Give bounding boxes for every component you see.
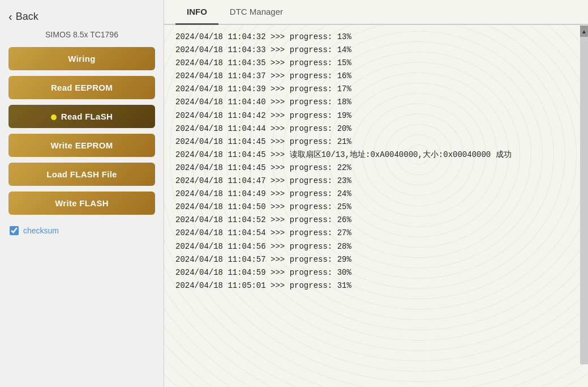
log-line: 2024/04/18 11:04:44 >>> progress: 20% <box>175 122 577 135</box>
log-line: 2024/04/18 11:04:40 >>> progress: 18% <box>175 96 577 109</box>
tab-info[interactable]: INFO <box>175 0 218 25</box>
main-container: ‹ Back SIMOS 8.5x TC1796 Wiring Read EEP… <box>0 0 588 387</box>
log-line: 2024/04/18 11:04:35 >>> progress: 15% <box>175 57 577 70</box>
tab-dtc-manager[interactable]: DTC Manager <box>218 0 294 25</box>
log-line: 2024/04/18 11:04:37 >>> progress: 16% <box>175 70 577 83</box>
log-line: 2024/04/18 11:04:39 >>> progress: 17% <box>175 83 577 96</box>
log-line: 2024/04/18 11:04:50 >>> progress: 25% <box>175 201 577 214</box>
log-line: 2024/04/18 11:04:54 >>> progress: 27% <box>175 227 577 240</box>
content-area: INFO DTC Manager ▲ 2024/04/18 11:04:32 >… <box>164 0 588 387</box>
read-flash-button[interactable]: Read FLaSH <box>8 105 155 128</box>
tabs-bar: INFO DTC Manager <box>164 0 588 25</box>
log-area[interactable]: 2024/04/18 11:04:32 >>> progress: 13%202… <box>164 25 588 387</box>
log-line: 2024/04/18 11:04:45 >>> 读取扇区10/13,地址:0xA… <box>175 148 577 161</box>
log-line: 2024/04/18 11:04:49 >>> progress: 24% <box>175 188 577 201</box>
back-chevron-icon: ‹ <box>8 10 12 23</box>
checksum-row: checksum <box>8 223 155 239</box>
log-line: 2024/04/18 11:04:42 >>> progress: 19% <box>175 109 577 122</box>
checksum-label: checksum <box>23 226 59 235</box>
read-eeprom-button[interactable]: Read EEPROM <box>8 76 155 99</box>
checksum-checkbox[interactable] <box>10 226 19 235</box>
log-line: 2024/04/18 11:04:45 >>> progress: 22% <box>175 161 577 175</box>
log-line: 2024/04/18 11:05:01 >>> progress: 31% <box>175 279 577 292</box>
back-label: Back <box>16 11 38 23</box>
log-line: 2024/04/18 11:04:45 >>> progress: 21% <box>175 135 577 148</box>
log-line: 2024/04/18 11:04:52 >>> progress: 26% <box>175 214 577 227</box>
scroll-up-arrow[interactable]: ▲ <box>580 25 588 37</box>
right-scrollbar: ▲ <box>580 25 588 364</box>
load-flash-file-button[interactable]: Load FLASH File <box>8 163 155 186</box>
log-line: 2024/04/18 11:04:56 >>> progress: 28% <box>175 240 577 253</box>
log-line: 2024/04/18 11:04:59 >>> progress: 30% <box>175 266 577 279</box>
write-flash-button[interactable]: Write FLASH <box>8 192 155 215</box>
write-eeprom-button[interactable]: Write EEPROM <box>8 134 155 157</box>
log-line: 2024/04/18 11:04:32 >>> progress: 13% <box>175 31 577 44</box>
sidebar: ‹ Back SIMOS 8.5x TC1796 Wiring Read EEP… <box>0 0 164 387</box>
log-line: 2024/04/18 11:04:57 >>> progress: 29% <box>175 253 577 266</box>
back-button[interactable]: ‹ Back <box>8 6 155 30</box>
log-line: 2024/04/18 11:04:33 >>> progress: 14% <box>175 44 577 57</box>
log-line: 2024/04/18 11:04:47 >>> progress: 23% <box>175 175 577 188</box>
wiring-button[interactable]: Wiring <box>8 47 155 70</box>
device-title: SIMOS 8.5x TC1796 <box>8 30 155 39</box>
